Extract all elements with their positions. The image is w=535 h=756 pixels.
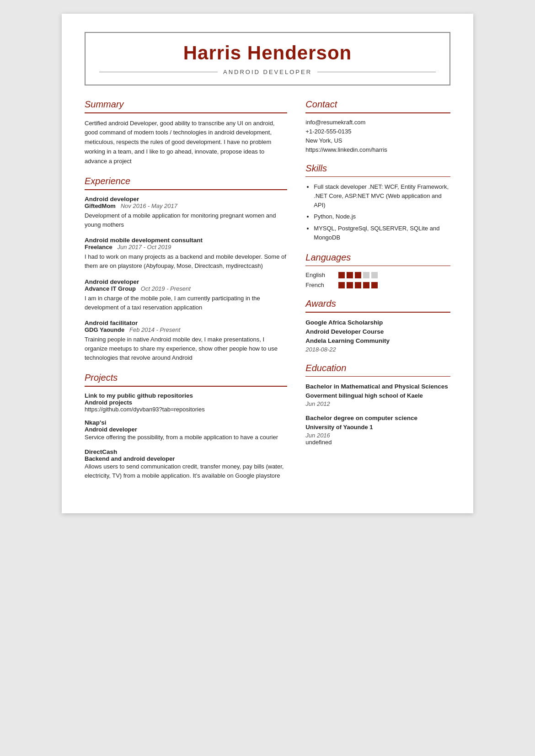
summary-title: Summary	[85, 99, 287, 110]
skills-divider	[305, 176, 450, 177]
lang-dot-filled	[363, 282, 369, 288]
projects-title: Projects	[85, 373, 287, 383]
edu-degree: Bachelor in Mathematical and Physical Sc…	[305, 382, 450, 391]
right-column: Contact info@resumekraft.com+1-202-555-0…	[305, 99, 450, 490]
experience-item: Android developer Advance IT Group Oct 2…	[85, 278, 287, 312]
project-role: Android projects	[85, 399, 287, 406]
lang-dot-empty	[363, 272, 369, 278]
project-items: Link to my public github repositoriesAnd…	[85, 392, 287, 480]
header: Harris Henderson ANDROID DEVELOPER	[85, 32, 450, 85]
exp-desc: Training people in native Android mobile…	[85, 335, 287, 362]
awards-divider	[305, 312, 450, 313]
experience-items: Android developer GiftedMom Nov 2016 - M…	[85, 196, 287, 362]
lang-dot-filled	[371, 282, 378, 288]
candidate-name: Harris Henderson	[99, 42, 436, 64]
project-item: Link to my public github repositoriesAnd…	[85, 392, 287, 413]
skill-item: MYSQL, PostgreSql, SQLSERVER, SQLite and…	[314, 224, 450, 242]
awards-items: Google Africa ScholarshipAndroid Develop…	[305, 318, 450, 353]
columns: Summary Certified android Developer, goo…	[85, 99, 450, 490]
exp-org-line: GiftedMom Nov 2016 - May 2017	[85, 202, 287, 209]
exp-role: Android mobile development consultant	[85, 237, 287, 244]
languages-title: Languages	[305, 252, 450, 263]
language-dots	[338, 282, 378, 288]
resume-container: Harris Henderson ANDROID DEVELOPER Summa…	[62, 14, 473, 513]
exp-role: Android developer	[85, 196, 287, 202]
projects-divider	[85, 386, 287, 387]
exp-desc: Development of a mobile application for …	[85, 211, 287, 229]
language-row: English	[305, 272, 450, 278]
divider-line-left	[99, 72, 218, 72]
language-name: English	[305, 272, 333, 278]
education-item: Bachelor in Mathematical and Physical Sc…	[305, 382, 450, 407]
language-row: French	[305, 282, 450, 288]
language-name: French	[305, 282, 333, 288]
experience-item: Android developer GiftedMom Nov 2016 - M…	[85, 196, 287, 229]
summary-text: Certified android Developer, good abilit…	[85, 119, 287, 166]
education-divider	[305, 376, 450, 377]
candidate-title: ANDROID DEVELOPER	[223, 69, 312, 75]
edu-date: Jun 2012	[305, 400, 450, 407]
lang-dot-empty	[371, 272, 378, 278]
skills-list: Full stack developer .NET: WCF, Entity F…	[305, 182, 450, 242]
contact-item: https://www.linkedin.com/harris	[305, 146, 450, 153]
header-divider: ANDROID DEVELOPER	[99, 69, 436, 75]
experience-item: Android mobile development consultant Fr…	[85, 237, 287, 271]
skill-item: Full stack developer .NET: WCF, Entity F…	[314, 182, 450, 210]
contact-item: +1-202-555-0135	[305, 128, 450, 135]
exp-role: Android facilitator	[85, 319, 287, 326]
edu-school: Goverment bilingual high school of Kaele	[305, 391, 450, 400]
lang-dot-filled	[338, 272, 345, 278]
awards-title: Awards	[305, 298, 450, 309]
exp-dates: Feb 2014 - Present	[129, 326, 180, 333]
exp-desc: I am in charge of the mobile pole, I am …	[85, 294, 287, 312]
experience-section: Experience Android developer GiftedMom N…	[85, 176, 287, 362]
project-role: Backend and android developer	[85, 455, 287, 462]
summary-section: Summary Certified android Developer, goo…	[85, 99, 287, 166]
edu-date: Jun 2016	[305, 432, 450, 439]
exp-role: Android developer	[85, 278, 287, 285]
award-title: Google Africa ScholarshipAndroid Develop…	[305, 318, 450, 346]
contact-section: Contact info@resumekraft.com+1-202-555-0…	[305, 99, 450, 153]
exp-org: GDG Yaounde	[85, 326, 124, 333]
experience-item: Android facilitator GDG Yaounde Feb 2014…	[85, 319, 287, 362]
exp-org-line: GDG Yaounde Feb 2014 - Present	[85, 326, 287, 333]
project-role: Android developer	[85, 426, 287, 433]
contact-items: info@resumekraft.com+1-202-555-0135New Y…	[305, 119, 450, 153]
lang-dot-filled	[347, 272, 353, 278]
education-items: Bachelor in Mathematical and Physical Sc…	[305, 382, 450, 446]
exp-org: Freelance	[85, 244, 112, 250]
exp-org-line: Advance IT Group Oct 2019 - Present	[85, 285, 287, 292]
project-desc: Allows users to send communication credi…	[85, 462, 287, 480]
project-name: DirectCash	[85, 448, 287, 455]
project-name: Link to my public github repositories	[85, 392, 287, 399]
exp-desc: I had to work on many projects as a back…	[85, 252, 287, 271]
contact-title: Contact	[305, 99, 450, 110]
experience-divider	[85, 189, 287, 190]
education-section: Education Bachelor in Mathematical and P…	[305, 363, 450, 446]
award-item: Google Africa ScholarshipAndroid Develop…	[305, 318, 450, 353]
projects-section: Projects Link to my public github reposi…	[85, 373, 287, 480]
language-dots	[338, 272, 378, 278]
summary-divider	[85, 112, 287, 113]
lang-dot-filled	[347, 282, 353, 288]
exp-org-line: Freelance Jun 2017 - Oct 2019	[85, 244, 287, 250]
languages-divider	[305, 266, 450, 266]
project-item: Nkap'siAndroid developerService offering…	[85, 419, 287, 442]
divider-line-right	[317, 72, 436, 72]
exp-dates: Jun 2017 - Oct 2019	[118, 244, 171, 250]
languages-items: EnglishFrench	[305, 272, 450, 288]
skill-item: Python, Node.js	[314, 212, 450, 221]
experience-title: Experience	[85, 176, 287, 186]
project-link: https://github.com/dyvban93?tab=reposito…	[85, 406, 287, 413]
exp-dates: Oct 2019 - Present	[141, 285, 191, 292]
education-item: Bachelor degree on computer science Univ…	[305, 414, 450, 446]
contact-item: info@resumekraft.com	[305, 119, 450, 126]
skills-title: Skills	[305, 163, 450, 174]
edu-degree: Bachelor degree on computer science	[305, 414, 450, 423]
skills-section: Skills Full stack developer .NET: WCF, E…	[305, 163, 450, 242]
exp-org: Advance IT Group	[85, 285, 136, 292]
project-item: DirectCashBackend and android developerA…	[85, 448, 287, 480]
project-name: Nkap'si	[85, 419, 287, 426]
award-date: 2018-08-22	[305, 346, 450, 353]
left-column: Summary Certified android Developer, goo…	[85, 99, 287, 490]
